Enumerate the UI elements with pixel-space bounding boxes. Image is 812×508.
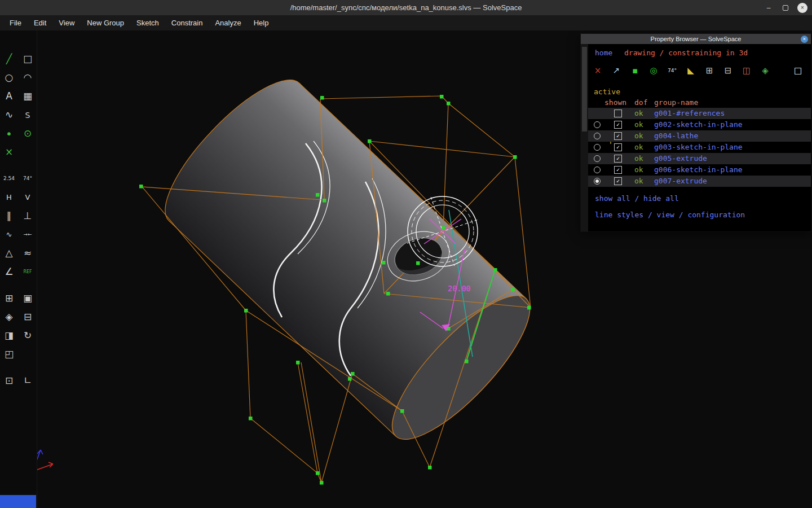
cylinder-model[interactable]	[147, 62, 548, 457]
minimize-button[interactable]: –	[764, 3, 774, 13]
close-button[interactable]: ×	[797, 3, 807, 13]
link-view[interactable]: view	[657, 211, 674, 219]
menu-analyze[interactable]: Analyze	[209, 15, 247, 30]
text-tool[interactable]: A	[0, 87, 19, 106]
vertex-point[interactable]	[416, 261, 420, 265]
vertex-point[interactable]	[320, 481, 324, 485]
vertical-constraint-tool[interactable]: V	[19, 188, 37, 207]
vertex-point[interactable]	[511, 288, 515, 292]
box-icon[interactable]: ⊞	[702, 63, 717, 78]
distance-dimension-tool[interactable]: 2.54	[0, 169, 19, 188]
home-link[interactable]: home	[595, 49, 612, 57]
vertex-point[interactable]	[323, 199, 326, 203]
orient-cube-icon[interactable]: □	[791, 63, 805, 78]
vertex-point[interactable]	[348, 377, 352, 381]
vertex-point[interactable]	[400, 409, 404, 413]
angle-dimension-tool[interactable]: 74°	[19, 169, 37, 188]
menu-file[interactable]: File	[3, 15, 28, 30]
vertex-point[interactable]	[296, 361, 300, 365]
link-hide-all[interactable]: hide all	[643, 194, 679, 203]
extrude-icon[interactable]: ◣	[683, 63, 698, 78]
vertex-point[interactable]	[316, 471, 320, 475]
symmetric-constraint-tool[interactable]: →←	[19, 225, 37, 244]
workplane-icon[interactable]: ◎	[646, 63, 661, 78]
circle-tool[interactable]: ○	[0, 68, 19, 87]
dimension-value[interactable]: 20.00	[448, 284, 471, 293]
menu-view[interactable]: View	[52, 15, 81, 30]
shown-checkbox[interactable]: ✓	[614, 132, 622, 140]
active-radio[interactable]	[594, 167, 601, 173]
bezier-tool[interactable]: S	[19, 106, 37, 124]
vertex-point[interactable]	[440, 95, 444, 99]
angle-icon[interactable]: 74°	[665, 63, 679, 78]
lathe-icon[interactable]: ◫	[739, 63, 754, 78]
vertex-point[interactable]	[428, 466, 432, 470]
perpendicular-constraint-tool[interactable]: ⊥	[19, 207, 37, 225]
vertex-point[interactable]	[465, 360, 469, 364]
group-name-link[interactable]: g007-extrude	[654, 177, 707, 185]
datum-point-tool[interactable]: •	[0, 124, 19, 143]
group-name-link[interactable]: g003-sketch-in-plane	[654, 143, 743, 151]
vertex-point[interactable]	[442, 226, 445, 230]
vertex-point[interactable]	[249, 417, 253, 421]
vertex-point[interactable]	[316, 193, 320, 197]
rotate-group-icon[interactable]: ↻	[19, 326, 37, 345]
point-icon[interactable]: ▪	[628, 63, 642, 78]
angle-constraint-tool[interactable]: ∠	[0, 262, 19, 281]
link-line-styles[interactable]: line styles	[595, 211, 643, 219]
menu-new-group[interactable]: New Group	[81, 15, 130, 30]
group-name-link[interactable]: g005-extrude	[654, 154, 707, 163]
translate-group-icon[interactable]: ⊟	[19, 308, 37, 326]
equal-constraint-tool[interactable]: △	[0, 244, 19, 262]
image-tool[interactable]: ▦	[19, 87, 37, 106]
pb-scrollbar-thumb[interactable]	[582, 47, 587, 132]
maximize-button[interactable]	[780, 3, 791, 13]
menu-edit[interactable]: Edit	[28, 15, 52, 30]
group-name-link[interactable]: g004-lathe	[654, 132, 698, 140]
construction-line-tool[interactable]: ×	[0, 143, 19, 161]
shown-checkbox[interactable]: ✓	[614, 121, 622, 129]
arc-tool[interactable]: ◠	[19, 68, 37, 87]
group-name-link[interactable]: g006-sketch-in-plane	[654, 165, 743, 174]
line-segment-tool[interactable]: ╱	[0, 50, 19, 68]
vertex-point[interactable]	[139, 185, 143, 189]
new-workplane-group-icon[interactable]: ◰	[0, 345, 19, 364]
tangent-constraint-tool[interactable]: ∿	[0, 225, 19, 244]
vertex-point[interactable]	[493, 268, 497, 272]
mirror-group-icon[interactable]: ◨	[0, 326, 19, 345]
shown-checkbox[interactable]: ✓	[614, 143, 622, 151]
shown-checkbox[interactable]: ✓	[614, 166, 622, 174]
vertex-point[interactable]	[527, 306, 531, 310]
construction-circle-tool[interactable]: ⊙	[19, 124, 37, 143]
menu-help[interactable]: Help	[248, 15, 275, 30]
workplane-group-icon[interactable]: ▣	[19, 289, 37, 308]
link-configuration[interactable]: configuration	[687, 211, 745, 219]
active-radio[interactable]	[594, 144, 601, 151]
reference-constraint-tool[interactable]: REF	[19, 262, 37, 281]
vertex-point[interactable]	[447, 102, 451, 106]
shown-checkbox[interactable]: ✓	[614, 177, 622, 185]
active-radio[interactable]	[594, 155, 601, 162]
menu-sketch[interactable]: Sketch	[130, 15, 165, 30]
vertex-point[interactable]	[513, 155, 517, 159]
vertex-point[interactable]	[320, 96, 324, 100]
vertex-point[interactable]	[382, 261, 386, 265]
link-show-all[interactable]: show all	[595, 194, 630, 203]
horizontal-constraint-tool[interactable]: H	[0, 188, 19, 207]
corner-tool-icon[interactable]: ∟	[19, 371, 37, 390]
rectangle-tool[interactable]: □	[19, 50, 37, 68]
pb-close-button[interactable]: ×	[801, 36, 808, 43]
vertex-point[interactable]	[368, 139, 372, 143]
helix-icon[interactable]: ◈	[758, 63, 773, 78]
extrude-group-icon[interactable]: ⊞	[0, 289, 19, 308]
spline-tool[interactable]: ∿	[0, 106, 19, 124]
shown-checkbox[interactable]: ✓	[614, 155, 622, 163]
active-radio[interactable]	[594, 178, 601, 185]
active-radio[interactable]	[594, 133, 601, 139]
pb-scrollbar[interactable]	[581, 44, 588, 231]
menu-constrain[interactable]: Constrain	[165, 15, 209, 30]
parallel-constraint-tool[interactable]: ∥	[0, 207, 19, 225]
helix-group-icon[interactable]: ◈	[0, 308, 19, 326]
line-icon[interactable]: ↗	[609, 63, 624, 78]
vertex-point[interactable]	[447, 327, 451, 331]
